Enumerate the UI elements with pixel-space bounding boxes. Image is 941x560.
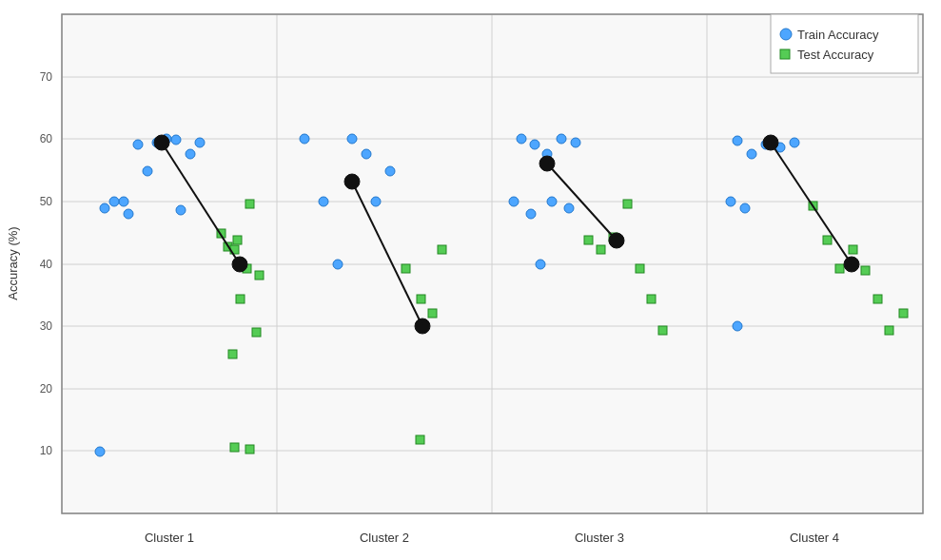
test-point: [873, 295, 882, 303]
test-point: [823, 236, 832, 244]
test-point: [849, 245, 857, 254]
train-point: [747, 149, 756, 159]
y-tick-30: 30: [40, 319, 53, 333]
test-point: [245, 445, 254, 454]
train-point: [95, 447, 105, 456]
train-point: [536, 260, 545, 269]
train-point: [547, 197, 557, 206]
train-point: [564, 203, 574, 213]
cluster-2-label: Cluster 2: [360, 531, 409, 545]
legend-train-icon: [780, 29, 792, 40]
legend-box: [771, 14, 918, 73]
train-point: [385, 166, 395, 176]
train-point: [530, 140, 539, 149]
test-point: [416, 435, 424, 444]
test-point: [835, 264, 844, 273]
train-point: [171, 135, 181, 145]
train-point: [526, 209, 536, 219]
y-tick-50: 50: [40, 195, 53, 208]
legend-test-label: Test Accuracy: [797, 48, 874, 62]
train-point: [319, 197, 328, 206]
train-point: [517, 134, 526, 144]
chart-container: 10 20 30 40 50 60 70 Accuracy (%) Cluste…: [0, 0, 941, 560]
train-point: [740, 203, 750, 213]
train-point: [100, 203, 109, 213]
y-tick-20: 20: [40, 382, 53, 396]
scatter-plot: 10 20 30 40 50 60 70 Accuracy (%) Cluste…: [0, 0, 941, 560]
test-point: [636, 264, 644, 273]
train-point: [362, 149, 371, 159]
test-point: [233, 236, 242, 244]
test-point: [402, 264, 410, 273]
train-point: [733, 136, 742, 145]
test-point: [861, 266, 870, 275]
train-point: [300, 134, 309, 144]
train-point: [790, 138, 799, 147]
cluster-3-label: Cluster 3: [575, 531, 624, 545]
train-point: [186, 149, 195, 159]
train-point: [176, 205, 186, 215]
test-point: [255, 271, 264, 280]
test-point: [584, 236, 593, 244]
train-point: [333, 260, 343, 269]
test-point: [597, 245, 605, 254]
train-point: [119, 197, 128, 206]
train-point: [509, 197, 519, 206]
train-point: [726, 197, 735, 206]
test-point: [647, 295, 656, 303]
test-point: [899, 309, 908, 318]
test-point: [245, 200, 254, 208]
train-point: [133, 140, 143, 149]
y-tick-70: 70: [40, 70, 53, 84]
test-point: [885, 326, 893, 335]
test-point: [417, 295, 425, 303]
test-point: [658, 326, 667, 335]
train-point: [124, 209, 133, 219]
test-point: [428, 309, 437, 318]
test-point: [228, 350, 237, 358]
y-tick-60: 60: [40, 132, 53, 145]
train-point: [371, 197, 381, 206]
y-tick-40: 40: [40, 258, 53, 271]
y-axis-label: Accuracy (%): [6, 226, 20, 299]
train-point: [109, 197, 119, 206]
test-point: [623, 200, 632, 208]
y-tick-10: 10: [40, 444, 53, 457]
train-point: [347, 134, 357, 144]
cluster-4-label: Cluster 4: [790, 531, 839, 545]
train-point: [557, 134, 566, 144]
train-point: [733, 321, 742, 331]
test-point: [230, 443, 239, 452]
train-point: [143, 166, 152, 176]
test-point: [252, 328, 261, 337]
legend-test-icon: [780, 49, 790, 59]
legend-train-label: Train Accuracy: [797, 28, 879, 42]
test-point: [236, 295, 245, 303]
cluster-1-label: Cluster 1: [145, 531, 194, 545]
test-point: [438, 245, 446, 254]
train-point: [195, 138, 205, 147]
train-point: [571, 138, 580, 147]
